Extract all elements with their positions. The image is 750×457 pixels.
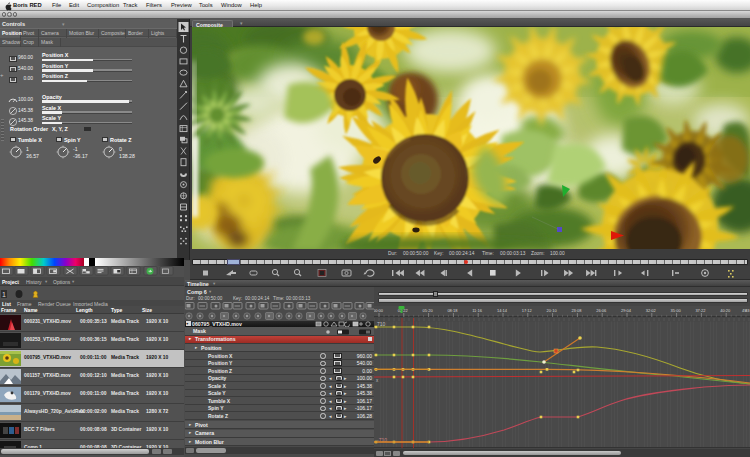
svg-text:710: 710 (377, 321, 386, 327)
svg-text:29:04: 29:04 (621, 308, 632, 313)
svg-text:11:16: 11:16 (472, 308, 482, 313)
svg-text:00:00: 00:00 (374, 308, 384, 313)
svg-text:26:06: 26:06 (596, 308, 607, 313)
svg-text:x: x (376, 378, 379, 383)
svg-text:23:08: 23:08 (571, 308, 582, 313)
svg-text:20:10: 20:10 (547, 308, 558, 313)
svg-text:40:20: 40:20 (720, 308, 731, 313)
svg-text:49:: 49: (742, 308, 748, 313)
svg-text:14:14: 14:14 (497, 308, 508, 313)
svg-text:37:22: 37:22 (695, 308, 706, 313)
svg-text:32:02: 32:02 (646, 308, 657, 313)
svg-text:17:12: 17:12 (522, 308, 533, 313)
svg-text:08:18: 08:18 (447, 308, 458, 313)
svg-text:05:20: 05:20 (423, 308, 434, 313)
svg-text:35:00: 35:00 (671, 308, 682, 313)
svg-text:1: 1 (2, 291, 6, 298)
